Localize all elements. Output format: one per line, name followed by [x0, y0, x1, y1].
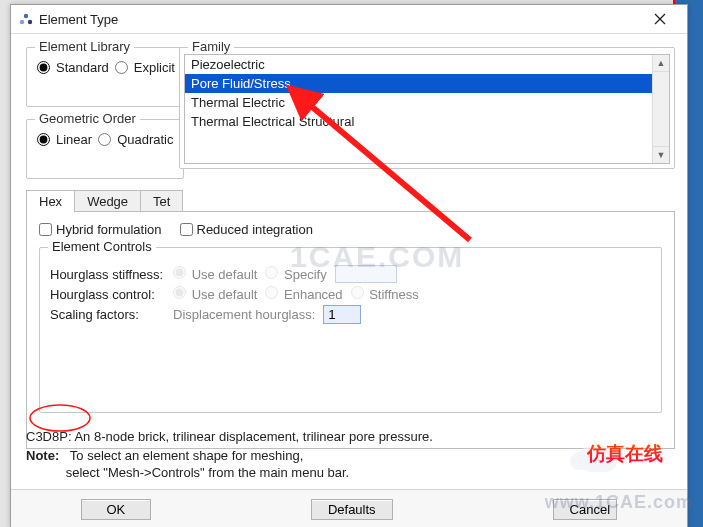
element-library-legend: Element Library — [35, 39, 134, 54]
dialog-title: Element Type — [39, 12, 118, 27]
hourglass-stiffness-label: Hourglass stiffness: — [50, 267, 165, 282]
cancel-button[interactable]: Cancel — [553, 499, 617, 520]
svg-point-1 — [20, 20, 24, 24]
svg-point-0 — [24, 14, 28, 18]
family-option-selected[interactable]: Pore Fluid/Stress — [185, 74, 653, 93]
radio-quadratic-label: Quadratic — [117, 132, 173, 147]
row-hourglass-control: Hourglass control: Use default Enhanced … — [50, 286, 651, 302]
element-type-dialog: Element Type Element Library Standard — [10, 4, 688, 527]
radio-linear[interactable]: Linear — [37, 132, 92, 147]
element-code-desc: C3D8P: An 8-node brick, trilinear displa… — [26, 429, 433, 444]
note-block: Note: To select an element shape for mes… — [26, 448, 349, 482]
canvas: Element Type Element Library Standard — [0, 0, 703, 527]
family-legend: Family — [188, 39, 234, 54]
button-bar: OK Defaults Cancel — [11, 489, 687, 527]
close-button[interactable] — [641, 6, 685, 32]
note-line2: select "Mesh->Controls" from the main me… — [66, 465, 349, 480]
checkbox-reduced[interactable]: Reduced integration — [180, 222, 313, 237]
radio-standard[interactable]: Standard — [37, 60, 109, 75]
scroll-up-icon[interactable]: ▲ — [653, 55, 669, 72]
checkbox-reduced-label: Reduced integration — [197, 222, 313, 237]
tab-strip: Hex Wedge Tet — [26, 189, 675, 211]
hg-stiff-specify: Specify — [265, 266, 326, 282]
note-line1: To select an element shape for meshing, — [70, 448, 303, 463]
app-icon — [19, 12, 33, 26]
hourglass-control-label: Hourglass control: — [50, 287, 165, 302]
close-icon — [654, 13, 666, 25]
family-option[interactable]: Piezoelectric — [185, 55, 653, 74]
element-library-group: Element Library Standard Explicit — [26, 47, 184, 107]
element-shape-tabs: Hex Wedge Tet Hybrid formulation Reduced… — [26, 189, 675, 449]
family-group: Family Piezoelectric Pore Fluid/Stress T… — [179, 47, 675, 169]
radio-explicit-label: Explicit — [134, 60, 175, 75]
checkbox-hybrid[interactable]: Hybrid formulation — [39, 222, 162, 237]
svg-point-2 — [28, 20, 32, 24]
ok-button[interactable]: OK — [81, 499, 151, 520]
geometric-order-legend: Geometric Order — [35, 111, 140, 126]
disp-hourglass-value[interactable] — [323, 305, 361, 324]
tab-body-hex: Hybrid formulation Reduced integration E… — [26, 211, 675, 449]
hg-stiff-specify-value — [335, 265, 397, 283]
tab-tet[interactable]: Tet — [140, 190, 183, 212]
disp-hourglass-label: Displacement hourglass: — [173, 307, 315, 322]
radio-quadratic[interactable]: Quadratic — [98, 132, 173, 147]
radio-explicit[interactable]: Explicit — [115, 60, 175, 75]
element-controls-legend: Element Controls — [48, 239, 156, 254]
element-code: C3D8P: — [26, 429, 72, 444]
family-option[interactable]: Thermal Electrical Structural — [185, 112, 653, 131]
tab-wedge[interactable]: Wedge — [74, 190, 141, 212]
radio-standard-label: Standard — [56, 60, 109, 75]
hg-ctrl-enhanced: Enhanced — [265, 286, 342, 302]
row-scaling-factors: Scaling factors: Displacement hourglass: — [50, 305, 651, 324]
family-listbox[interactable]: Piezoelectric Pore Fluid/Stress Thermal … — [184, 54, 670, 164]
radio-linear-label: Linear — [56, 132, 92, 147]
element-code-text: An 8-node brick, trilinear displacement,… — [74, 429, 432, 444]
scroll-down-icon[interactable]: ▼ — [653, 146, 669, 163]
checkbox-hybrid-label: Hybrid formulation — [56, 222, 162, 237]
geometric-order-group: Geometric Order Linear Quadratic — [26, 119, 184, 179]
note-label: Note: — [26, 448, 59, 463]
titlebar: Element Type — [11, 5, 687, 34]
element-controls-group: Element Controls Hourglass stiffness: Us… — [39, 247, 662, 413]
dialog-body: Element Library Standard Explicit Geomet… — [11, 34, 687, 527]
hg-ctrl-usedefault: Use default — [173, 286, 257, 302]
row-hourglass-stiffness: Hourglass stiffness: Use default Specify — [50, 265, 651, 283]
hg-ctrl-stiffness: Stiffness — [351, 286, 419, 302]
hg-stiff-usedefault: Use default — [173, 266, 257, 282]
defaults-button[interactable]: Defaults — [311, 499, 393, 520]
family-option[interactable]: Thermal Electric — [185, 93, 653, 112]
scaling-factors-label: Scaling factors: — [50, 307, 165, 322]
tab-hex[interactable]: Hex — [26, 190, 75, 212]
family-scrollbar[interactable]: ▲ ▼ — [652, 55, 669, 163]
